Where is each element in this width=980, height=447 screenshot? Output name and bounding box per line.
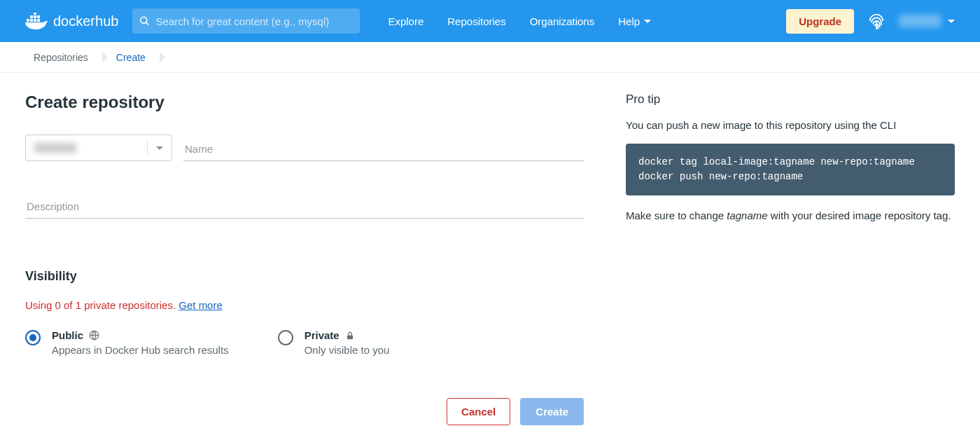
breadcrumb-separator bbox=[102, 52, 108, 63]
visibility-public[interactable]: Public Appears in Docker Hub search resu… bbox=[25, 329, 229, 356]
username-label bbox=[899, 15, 941, 27]
private-label: Private bbox=[304, 329, 340, 341]
nav-repositories[interactable]: Repositories bbox=[447, 15, 505, 27]
user-menu[interactable] bbox=[899, 15, 955, 27]
tips-column: Pro tip You can push a new image to this… bbox=[626, 92, 955, 425]
svg-rect-7 bbox=[34, 13, 36, 15]
usage-text: Using 0 of 1 private repositories. bbox=[25, 299, 178, 311]
globe-icon bbox=[89, 330, 99, 341]
form-actions: Cancel Create bbox=[25, 398, 584, 425]
usage-line: Using 0 of 1 private repositories. Get m… bbox=[25, 299, 584, 311]
top-nav: dockerhub Explore Repositories Organizat… bbox=[0, 0, 980, 42]
svg-point-8 bbox=[141, 17, 147, 23]
description-input[interactable] bbox=[25, 195, 584, 219]
visibility-options: Public Appears in Docker Hub search resu… bbox=[25, 329, 584, 356]
nav-explore[interactable]: Explore bbox=[388, 15, 424, 27]
upgrade-button[interactable]: Upgrade bbox=[786, 9, 854, 34]
namespace-select[interactable] bbox=[25, 135, 172, 161]
private-desc: Only visible to you bbox=[304, 344, 390, 356]
search-container[interactable] bbox=[132, 8, 360, 34]
breadcrumb-separator bbox=[160, 52, 165, 63]
search-icon bbox=[139, 15, 150, 27]
nav-help[interactable]: Help bbox=[618, 15, 651, 27]
repo-name-input[interactable] bbox=[183, 137, 584, 161]
protip-note: Make sure to change tagname with your de… bbox=[626, 209, 955, 221]
lock-icon bbox=[345, 331, 355, 341]
public-desc: Appears in Docker Hub search results bbox=[52, 344, 229, 356]
public-label: Public bbox=[52, 329, 83, 341]
svg-rect-1 bbox=[30, 19, 33, 22]
protip-text: You can push a new image to this reposit… bbox=[626, 119, 955, 131]
svg-rect-3 bbox=[37, 19, 40, 22]
name-row bbox=[25, 135, 584, 161]
namespace-value bbox=[34, 143, 76, 153]
visibility-private[interactable]: Private Only visible to you bbox=[278, 329, 390, 356]
fingerprint-icon[interactable] bbox=[867, 11, 886, 31]
logo[interactable]: dockerhub bbox=[25, 13, 118, 29]
header-right: Upgrade bbox=[786, 9, 955, 34]
svg-rect-0 bbox=[27, 19, 29, 22]
get-more-link[interactable]: Get more bbox=[178, 299, 223, 311]
search-input[interactable] bbox=[150, 15, 354, 27]
docker-whale-icon bbox=[25, 13, 48, 29]
divider bbox=[147, 140, 148, 156]
svg-rect-6 bbox=[37, 15, 40, 18]
breadcrumb-repositories[interactable]: Repositories bbox=[25, 52, 102, 63]
protip-heading: Pro tip bbox=[626, 92, 955, 106]
visibility-heading: Visibility bbox=[25, 269, 584, 284]
breadcrumb-create[interactable]: Create bbox=[108, 52, 160, 63]
radio-unchecked[interactable] bbox=[278, 330, 293, 345]
chevron-down-icon bbox=[644, 20, 651, 23]
create-button[interactable]: Create bbox=[520, 398, 584, 425]
nav-help-label: Help bbox=[618, 15, 640, 27]
page-title: Create repository bbox=[25, 92, 584, 112]
cancel-button[interactable]: Cancel bbox=[447, 398, 510, 425]
svg-rect-4 bbox=[30, 15, 33, 18]
svg-line-9 bbox=[146, 22, 149, 25]
chevron-down-icon bbox=[156, 146, 163, 150]
main-content: Create repository Visibility Using 0 of … bbox=[0, 73, 980, 445]
code-snippet[interactable]: docker tag local-image:tagname new-repo:… bbox=[626, 144, 955, 195]
form-column: Create repository Visibility Using 0 of … bbox=[25, 92, 584, 425]
radio-checked[interactable] bbox=[25, 330, 41, 345]
svg-rect-5 bbox=[34, 15, 36, 18]
svg-rect-11 bbox=[347, 335, 353, 339]
svg-rect-2 bbox=[34, 19, 36, 22]
nav-organizations[interactable]: Organizations bbox=[530, 15, 595, 27]
primary-nav: Explore Repositories Organizations Help bbox=[388, 15, 786, 27]
chevron-down-icon bbox=[948, 20, 955, 23]
logo-text: dockerhub bbox=[53, 13, 118, 29]
breadcrumb: Repositories Create bbox=[0, 42, 980, 73]
